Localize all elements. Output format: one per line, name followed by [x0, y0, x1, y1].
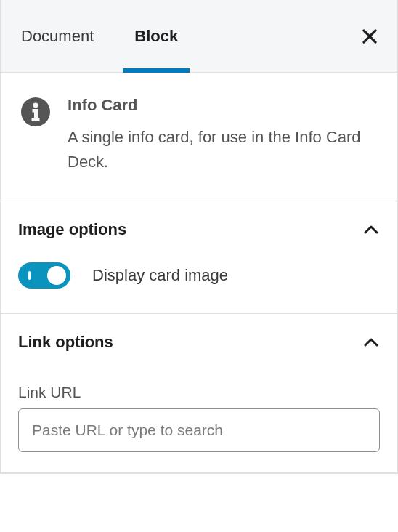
- block-inspector-panel: Document Block Info Card A single info c…: [0, 0, 398, 474]
- info-icon: [21, 97, 50, 126]
- tab-block[interactable]: Block: [114, 0, 198, 72]
- close-icon: [361, 28, 378, 45]
- chevron-up-icon: [362, 221, 380, 238]
- section-image-title: Image options: [18, 220, 126, 239]
- block-header: Info Card A single info card, for use in…: [1, 73, 397, 201]
- close-button[interactable]: [360, 26, 380, 47]
- tab-block-label: Block: [134, 27, 178, 46]
- tab-document-label: Document: [21, 27, 94, 46]
- tab-document[interactable]: Document: [1, 0, 114, 72]
- link-url-input[interactable]: [18, 408, 380, 452]
- svg-point-1: [33, 103, 38, 108]
- link-url-label: Link URL: [18, 384, 380, 401]
- block-title: Info Card: [68, 96, 377, 115]
- section-link-options: Link options Link URL: [1, 314, 397, 473]
- chevron-up-icon: [362, 334, 380, 351]
- tab-bar: Document Block: [1, 0, 397, 73]
- section-link-header[interactable]: Link options: [1, 314, 397, 371]
- display-card-image-toggle[interactable]: [18, 262, 70, 289]
- svg-rect-4: [32, 118, 40, 121]
- block-description: A single info card, for use in the Info …: [68, 125, 377, 174]
- display-card-image-label: Display card image: [92, 266, 228, 285]
- section-image-options: Image options Display card image: [1, 201, 397, 314]
- section-link-title: Link options: [18, 333, 113, 352]
- display-card-image-row: Display card image: [18, 258, 380, 293]
- section-image-body: Display card image: [1, 258, 397, 313]
- section-link-body: Link URL: [1, 384, 397, 472]
- block-header-text: Info Card A single info card, for use in…: [68, 96, 377, 174]
- section-image-header[interactable]: Image options: [1, 201, 397, 258]
